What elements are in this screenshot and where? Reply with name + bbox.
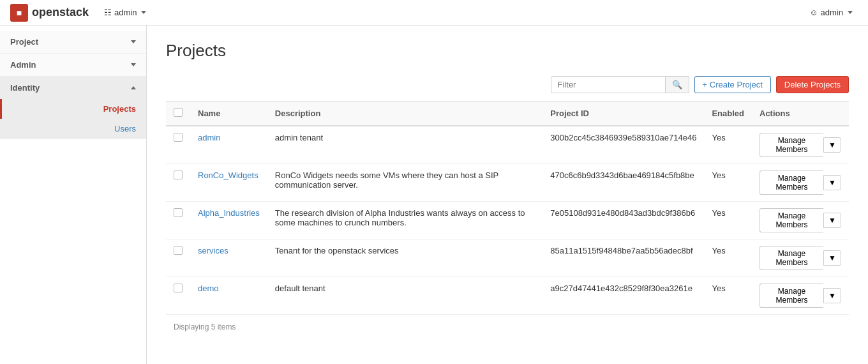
table-row: admin admin tenant 300b2cc45c3846939e589… xyxy=(166,126,849,164)
manage-members-dropdown-1[interactable]: ▼ xyxy=(823,175,841,190)
manage-members-dropdown-3[interactable]: ▼ xyxy=(823,250,841,266)
user-menu-label: admin xyxy=(821,8,843,17)
sidebar-section-header-project[interactable]: Project xyxy=(0,31,146,53)
filter-button[interactable]: 🔍 xyxy=(666,76,689,93)
row-name-cell-1: RonCo_Widgets xyxy=(190,164,267,202)
table-header-checkbox xyxy=(166,102,190,126)
table-header-row: Name Description Project ID Enabled Acti… xyxy=(166,102,849,126)
row-enabled-cell-0: Yes xyxy=(704,126,752,164)
manage-members-button-3[interactable]: Manage Members xyxy=(760,246,823,270)
sidebar-section-label-project: Project xyxy=(10,37,38,47)
row-checkbox-2[interactable] xyxy=(174,208,183,217)
manage-members-dropdown-0[interactable]: ▼ xyxy=(823,137,841,153)
page-title: Projects xyxy=(166,41,849,61)
logo-icon: ■ xyxy=(10,4,28,22)
row-description-cell-0: admin tenant xyxy=(267,126,542,164)
row-enabled-cell-3: Yes xyxy=(704,239,752,277)
table-row: services Tenant for the openstack servic… xyxy=(166,239,849,277)
admin-menu[interactable]: ☷ admin xyxy=(99,5,151,20)
sidebar: Project Admin Identity Projects Users xyxy=(0,26,147,364)
row-description-cell-3: Tenant for the openstack services xyxy=(267,239,542,277)
project-name-link-4[interactable]: demo xyxy=(198,284,219,293)
row-projectid-cell-2: 7e05108d931e480d843ad3bdc9f386b6 xyxy=(542,202,704,239)
row-description-cell-4: default tenant xyxy=(267,277,542,315)
row-actions-cell-0: Manage Members ▼ xyxy=(752,126,849,164)
actions-wrap-2: Manage Members ▼ xyxy=(760,208,841,232)
row-description-cell-2: The research division of Alpha Industrie… xyxy=(267,202,542,239)
row-projectid-cell-4: a9c27d47441e432c8529f8f30ea3261e xyxy=(542,277,704,315)
manage-members-dropdown-4[interactable]: ▼ xyxy=(823,288,841,303)
row-projectid-cell-3: 85a11a1515f94848be7aa5b56adec8bf xyxy=(542,239,704,277)
user-menu-caret xyxy=(848,11,853,14)
row-projectid-cell-0: 300b2cc45c3846939e589310ae714e46 xyxy=(542,126,704,164)
actions-wrap-0: Manage Members ▼ xyxy=(760,133,841,157)
sidebar-item-projects[interactable]: Projects xyxy=(0,99,146,119)
row-checkbox-0[interactable] xyxy=(174,133,183,142)
col-header-project-id: Project ID xyxy=(542,102,704,126)
logo: ■ openstack xyxy=(10,4,89,22)
sidebar-section-identity: Identity Projects Users xyxy=(0,77,146,139)
row-description-cell-1: RonCo Widgets needs some VMs where they … xyxy=(267,164,542,202)
sidebar-section-project: Project xyxy=(0,31,146,54)
row-enabled-cell-4: Yes xyxy=(704,277,752,315)
sidebar-item-users[interactable]: Users xyxy=(0,119,146,139)
col-header-actions: Actions xyxy=(752,102,849,126)
row-checkbox-cell xyxy=(166,239,190,277)
row-actions-cell-3: Manage Members ▼ xyxy=(752,239,849,277)
user-icon: ☺ xyxy=(809,8,818,17)
project-name-link-2[interactable]: Alpha_Industries xyxy=(198,208,260,218)
row-checkbox-cell xyxy=(166,277,190,315)
manage-members-button-0[interactable]: Manage Members xyxy=(760,133,823,157)
row-name-cell-3: services xyxy=(190,239,267,277)
project-name-link-3[interactable]: services xyxy=(198,246,228,255)
table-footer: Displaying 5 items xyxy=(166,315,849,339)
table-row: Alpha_Industries The research division o… xyxy=(166,202,849,239)
row-actions-cell-4: Manage Members ▼ xyxy=(752,277,849,315)
main-content: Projects 🔍 + Create Project Delete Proje… xyxy=(147,26,868,364)
row-actions-cell-2: Manage Members ▼ xyxy=(752,202,849,239)
layout: Project Admin Identity Projects Users Pr… xyxy=(0,26,868,364)
row-name-cell-2: Alpha_Industries xyxy=(190,202,267,239)
sidebar-section-label-admin: Admin xyxy=(10,60,36,70)
admin-section-caret xyxy=(131,63,136,66)
row-checkbox-3[interactable] xyxy=(174,246,183,255)
row-checkbox-4[interactable] xyxy=(174,284,183,292)
logo-text: openstack xyxy=(32,6,89,19)
sidebar-section-header-identity[interactable]: Identity xyxy=(0,77,146,99)
admin-menu-icon: ☷ xyxy=(104,8,112,17)
identity-section-caret xyxy=(131,86,136,89)
select-all-checkbox[interactable] xyxy=(174,108,183,117)
manage-members-button-2[interactable]: Manage Members xyxy=(760,208,823,232)
row-checkbox-cell xyxy=(166,126,190,164)
col-header-description: Description xyxy=(267,102,542,126)
project-name-link-0[interactable]: admin xyxy=(198,133,220,142)
table-row: RonCo_Widgets RonCo Widgets needs some V… xyxy=(166,164,849,202)
row-enabled-cell-1: Yes xyxy=(704,164,752,202)
table-row: demo default tenant a9c27d47441e432c8529… xyxy=(166,277,849,315)
project-name-link-1[interactable]: RonCo_Widgets xyxy=(198,171,258,180)
projects-table: Name Description Project ID Enabled Acti… xyxy=(166,101,849,315)
row-name-cell-4: demo xyxy=(190,277,267,315)
admin-menu-label: admin xyxy=(114,8,137,17)
actions-wrap-3: Manage Members ▼ xyxy=(760,246,841,270)
filter-wrap: 🔍 xyxy=(551,76,689,93)
manage-members-dropdown-2[interactable]: ▼ xyxy=(823,213,841,228)
filter-input[interactable] xyxy=(551,76,666,93)
manage-members-button-1[interactable]: Manage Members xyxy=(760,171,823,195)
project-section-caret xyxy=(131,40,136,43)
row-enabled-cell-2: Yes xyxy=(704,202,752,239)
sidebar-section-header-admin[interactable]: Admin xyxy=(0,54,146,76)
toolbar: 🔍 + Create Project Delete Projects xyxy=(166,76,849,93)
row-checkbox-cell xyxy=(166,164,190,202)
row-actions-cell-1: Manage Members ▼ xyxy=(752,164,849,202)
sidebar-section-label-identity: Identity xyxy=(10,83,40,93)
table-body: admin admin tenant 300b2cc45c3846939e589… xyxy=(166,126,849,315)
col-header-enabled: Enabled xyxy=(704,102,752,126)
row-checkbox-1[interactable] xyxy=(174,171,183,179)
delete-projects-button[interactable]: Delete Projects xyxy=(776,76,849,93)
user-menu[interactable]: ☺ admin xyxy=(804,5,858,20)
admin-menu-caret xyxy=(141,11,146,14)
create-project-button[interactable]: + Create Project xyxy=(694,76,771,93)
row-name-cell-0: admin xyxy=(190,126,267,164)
manage-members-button-4[interactable]: Manage Members xyxy=(760,284,823,308)
